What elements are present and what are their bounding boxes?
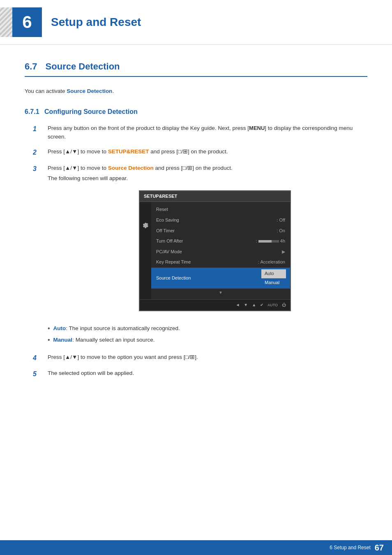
- screen-body: Reset Eco Saving : Off Off Timer : On: [140, 202, 290, 299]
- scroll-down-icon: ▼: [219, 289, 223, 296]
- menu-value-turnoff: : 4h: [256, 238, 285, 245]
- bottom-icon-left: ◄: [235, 302, 240, 308]
- menu-label-keyrepeat: Key Repeat Time: [156, 259, 191, 266]
- menu-item-offtimer: Off Timer : On: [151, 226, 290, 236]
- bullet-dot-1: •: [48, 324, 50, 332]
- intro-end: .: [112, 88, 114, 94]
- menu-label-reset: Reset: [156, 206, 168, 213]
- page-footer: 6 Setup and Reset 67: [0, 540, 392, 555]
- bullet-list: • Auto: The input source is automaticall…: [48, 324, 367, 345]
- menu-label-pcav: PC/AV Mode: [156, 248, 182, 256]
- submenu-manual: Manual: [261, 278, 286, 287]
- menu-value-keyrepeat: : Acceleration: [258, 259, 285, 266]
- bottom-icon-up: ▲: [252, 302, 256, 308]
- auto-label: Auto: [53, 325, 66, 331]
- step-text-4: Press [▲/▼] to move to the option you wa…: [48, 353, 367, 363]
- step-number-4: 4: [33, 353, 41, 363]
- bullet-auto-text: Auto: The input source is automatically …: [53, 324, 180, 333]
- submenu-auto: Auto: [261, 269, 286, 278]
- menu-scroll-indicator: ▼: [151, 289, 290, 297]
- bullet-auto: • Auto: The input source is automaticall…: [48, 324, 367, 333]
- menu-label-eco: Eco Saving: [156, 217, 179, 224]
- screen-mockup: SETUP&RESET Reset: [139, 190, 291, 311]
- intro-paragraph: You can activate Source Detection.: [25, 87, 367, 96]
- screen-sidebar: [140, 202, 151, 299]
- section-number: 6.7: [25, 61, 37, 72]
- menu-item-sourcedetection: Source Detection Auto Manual: [151, 268, 290, 289]
- bullet-manual: • Manual: Manually select an input sourc…: [48, 336, 367, 344]
- menu-label-offtimer: Off Timer: [156, 227, 175, 235]
- chapter-number-box: 6: [12, 7, 42, 37]
- chapter-number: 6: [22, 12, 32, 32]
- menu-item-pcav: PC/AV Mode ▶: [151, 247, 290, 257]
- menu-label-sourcedetection: Source Detection: [156, 275, 191, 282]
- manual-label: Manual: [53, 337, 73, 343]
- step-text-5: The selected option will be applied.: [48, 369, 367, 379]
- step-2: 2 Press [▲/▼] to move to SETUP&RESET and…: [33, 147, 367, 158]
- submenu-popup: Auto Manual: [261, 269, 286, 287]
- step-number-1: 1: [33, 124, 41, 141]
- step-number-2: 2: [33, 147, 41, 158]
- chapter-title: Setup and Reset: [51, 16, 141, 29]
- step-number-5: 5: [33, 369, 41, 379]
- step-text-1: Press any button on the front of the pro…: [48, 124, 367, 141]
- subsection-title: 6.7.1 Configuring Source Detection: [25, 108, 367, 116]
- screen-title-bar: SETUP&RESET: [140, 191, 290, 202]
- step-3-subtext: The following screen will appear.: [48, 174, 367, 183]
- menu-key: MENU: [249, 125, 265, 131]
- footer-page-number: 67: [375, 543, 384, 553]
- menu-item-eco: Eco Saving : Off: [151, 215, 290, 226]
- intro-text-start: You can activate: [25, 88, 65, 94]
- steps-list-continued: 4 Press [▲/▼] to move to the option you …: [33, 353, 367, 379]
- step-1: 1 Press any button on the front of the p…: [33, 124, 367, 141]
- step-5: 5 The selected option will be applied.: [33, 369, 367, 379]
- intro-highlight: Source Detection: [67, 88, 112, 94]
- step-3: 3 Press [▲/▼] to move to Source Detectio…: [33, 164, 367, 319]
- bottom-icon-auto: AUTO: [267, 302, 278, 308]
- gear-icon: [142, 222, 149, 230]
- bullet-manual-text: Manual: Manually select an input source.: [53, 336, 155, 344]
- bottom-icon-down: ▼: [244, 302, 248, 308]
- step-text-2: Press [▲/▼] to move to SETUP&RESET and p…: [48, 147, 367, 158]
- screen-bottom-bar: ◄ ▼ ▲ ✔ AUTO ⏻: [140, 299, 290, 310]
- menu-item-keyrepeat: Key Repeat Time : Acceleration: [151, 257, 290, 268]
- screen-menu: Reset Eco Saving : Off Off Timer : On: [151, 202, 290, 299]
- bottom-icon-power: ⏻: [282, 302, 286, 308]
- step-4: 4 Press [▲/▼] to move to the option you …: [33, 353, 367, 363]
- subsection-number: 6.7.1: [25, 108, 39, 115]
- menu-value-eco: : Off: [277, 217, 285, 224]
- source-detection-highlight: Source Detection: [108, 165, 154, 171]
- subsection-heading: Configuring Source Detection: [44, 108, 138, 115]
- step-text-3: Press [▲/▼] to move to Source Detection …: [48, 164, 367, 319]
- menu-item-turnoff: Turn Off After : 4h: [151, 236, 290, 247]
- screen-container: SETUP&RESET Reset: [62, 190, 367, 311]
- step-3-main: Press [▲/▼] to move to Source Detection …: [48, 164, 367, 173]
- setup-reset-highlight: SETUP&RESET: [108, 148, 149, 155]
- steps-list: 1 Press any button on the front of the p…: [33, 124, 367, 319]
- menu-label-turnoff: Turn Off After: [156, 238, 183, 245]
- step-number-3: 3: [33, 164, 41, 319]
- menu-value-offtimer: : On: [277, 227, 285, 235]
- bullet-dot-2: •: [48, 336, 50, 344]
- menu-item-reset: Reset: [151, 204, 290, 215]
- main-content: 6.7 Source Detection You can activate So…: [0, 45, 392, 410]
- bottom-icon-check: ✔: [260, 302, 263, 308]
- footer-text: 6 Setup and Reset: [330, 545, 370, 550]
- section-title: 6.7 Source Detection: [25, 61, 367, 77]
- pcav-arrow: ▶: [282, 248, 285, 256]
- section-heading: Source Detection: [46, 61, 120, 72]
- chapter-header: 6 Setup and Reset: [0, 0, 392, 45]
